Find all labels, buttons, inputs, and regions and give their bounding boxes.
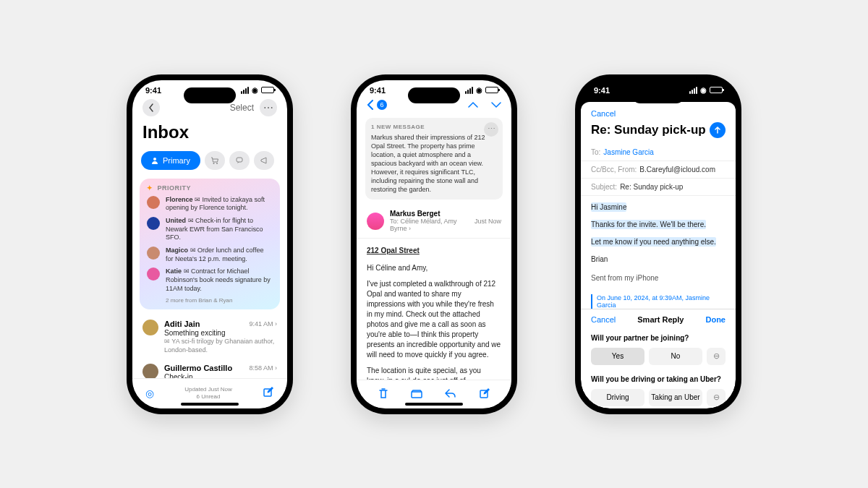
option-dismiss[interactable]: ⊖	[707, 389, 726, 406]
filter-updates[interactable]	[229, 151, 250, 170]
question-2: Will you be driving or taking an Uber?	[581, 371, 736, 386]
priority-item[interactable]: United ✉︎ Check-in for flight to Newark …	[147, 217, 273, 242]
prev-message-button[interactable]	[468, 99, 478, 111]
to-field[interactable]: To:Jasmine Garcia	[581, 144, 736, 161]
priority-section: ✦ PRIORITY Florence ✉︎ Invited to izakay…	[140, 179, 280, 310]
megaphone-icon	[260, 156, 268, 165]
question-1: Will your partner be joining?	[581, 330, 736, 345]
status-time: 9:41	[594, 86, 610, 95]
message-subject: 212 Opal Street	[367, 246, 501, 256]
filter-promotions[interactable]	[254, 151, 274, 170]
svg-point-2	[216, 163, 218, 164]
quoted-text: On June 10, 2024, at 9:39AM, Jasmine Gar…	[591, 294, 726, 309]
priority-item[interactable]: Magico ✉︎ Order lunch and coffee for Nee…	[147, 247, 273, 263]
next-message-button[interactable]	[491, 99, 501, 111]
option-dismiss[interactable]: ⊖	[707, 348, 726, 365]
archive-button[interactable]	[411, 388, 422, 401]
chat-icon	[235, 156, 244, 165]
sender-name: Markus Berget	[390, 210, 469, 218]
avatar	[142, 320, 158, 335]
smart-done-button[interactable]: Done	[705, 315, 726, 324]
priority-more[interactable]: 2 more from Brian & Ryan	[166, 297, 273, 304]
summary-text: Markus shared their impressions of 212 O…	[371, 133, 497, 194]
battery-icon	[710, 87, 723, 93]
select-button[interactable]: Select	[230, 103, 254, 113]
cancel-button[interactable]: Cancel	[591, 109, 616, 118]
back-button[interactable]: 6	[367, 100, 387, 110]
summary-more-button[interactable]: ⋯	[484, 122, 498, 137]
priority-item[interactable]: Katie ✉︎ Contract for Michael Robinson's…	[147, 267, 273, 293]
status-time: 9:41	[145, 86, 161, 95]
sync-icon[interactable]: ◎	[145, 388, 154, 399]
option-uber[interactable]: Taking an Uber	[649, 389, 702, 406]
avatar	[142, 364, 158, 380]
summary-card: ⋯ 1 NEW MESSAGE Markus shared their impr…	[365, 118, 503, 200]
page-title: Inbox	[132, 119, 287, 145]
mail-item[interactable]: Aditi Jain9:41 AM ›Something exciting✉︎ …	[132, 315, 287, 359]
battery-icon	[485, 87, 498, 93]
avatar	[147, 217, 160, 230]
more-button[interactable]: ⋯	[260, 99, 277, 116]
smart-reply-title: Smart Reply	[637, 315, 684, 324]
battery-icon	[261, 87, 274, 93]
svg-point-0	[153, 158, 156, 160]
signal-icon	[241, 87, 249, 94]
compose-body[interactable]: Hi Jasmine Thanks for the invite. We'll …	[581, 196, 736, 290]
priority-label: PRIORITY	[158, 184, 192, 192]
avatar	[147, 196, 160, 209]
back-button[interactable]	[142, 99, 160, 116]
cart-icon	[210, 156, 219, 165]
message-time: Just Now	[475, 218, 501, 225]
smart-cancel-button[interactable]: Cancel	[591, 315, 616, 324]
svg-rect-5	[412, 392, 422, 398]
avatar	[147, 267, 160, 281]
signal-icon	[689, 87, 697, 94]
wifi-icon: ◉	[700, 86, 707, 94]
avatar	[147, 247, 160, 260]
option-driving[interactable]: Driving	[591, 389, 644, 406]
compose-button[interactable]	[479, 388, 490, 401]
cc-field[interactable]: Cc/Bcc, From:B.Careyful@icloud.com	[581, 161, 736, 179]
status-time: 9:41	[370, 86, 386, 95]
option-no[interactable]: No	[649, 348, 702, 365]
sender-row[interactable]: Markus Berget To: Céline Mélard, Amy Byr…	[357, 204, 511, 239]
reply-button[interactable]	[445, 388, 456, 401]
signal-icon	[465, 87, 473, 94]
subject-field[interactable]: Subject:Re: Sunday pick-up	[581, 179, 736, 196]
filter-shopping[interactable]	[205, 151, 225, 170]
person-icon	[151, 157, 158, 164]
wifi-icon: ◉	[476, 86, 482, 94]
svg-rect-3	[237, 158, 242, 162]
summary-header: 1 NEW MESSAGE	[371, 124, 497, 130]
option-yes[interactable]: Yes	[591, 348, 644, 365]
sparkle-icon: ✦	[147, 184, 153, 192]
unread-badge: 6	[377, 100, 387, 110]
unread-count: 6 Unread	[184, 393, 231, 401]
compose-title: Re: Sunday pick-up	[591, 123, 706, 137]
updated-label: Updated Just Now	[184, 386, 231, 393]
svg-point-1	[213, 163, 214, 164]
compose-button[interactable]	[263, 386, 274, 401]
priority-item[interactable]: Florence ✉︎ Invited to izakaya soft open…	[147, 196, 273, 213]
send-button[interactable]	[710, 122, 726, 138]
sender-avatar	[367, 213, 384, 230]
filter-primary[interactable]: Primary	[141, 151, 200, 170]
trash-button[interactable]	[378, 388, 388, 401]
wifi-icon: ◉	[252, 86, 258, 94]
